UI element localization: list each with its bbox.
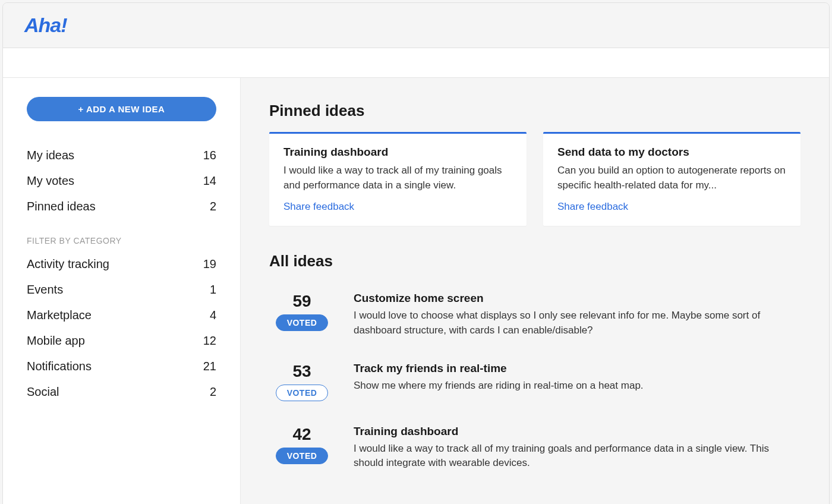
logo[interactable]: Aha!	[24, 14, 808, 37]
all-ideas-heading: All ideas	[269, 252, 801, 270]
idea-content[interactable]: Customize home screen I would love to ch…	[354, 292, 801, 338]
add-new-idea-button[interactable]: + ADD A NEW IDEA	[27, 97, 216, 121]
pinned-ideas-row: Training dashboard I would like a way to…	[269, 132, 801, 226]
subheader-bar	[3, 48, 829, 78]
voted-button[interactable]: VOTED	[276, 385, 329, 401]
sidebar-item-activity-tracking[interactable]: Activity tracking 19	[27, 251, 216, 277]
sidebar-item-marketplace[interactable]: Marketplace 4	[27, 303, 216, 328]
sidebar-item-my-ideas[interactable]: My ideas 16	[27, 143, 216, 168]
idea-row: 42 VOTED Training dashboard I would like…	[269, 415, 801, 485]
main-content: Pinned ideas Training dashboard I would …	[241, 78, 829, 504]
sidebar-item-social[interactable]: Social 2	[27, 379, 216, 405]
sidebar-item-count: 4	[210, 308, 216, 322]
sidebar-nav-list: My ideas 16 My votes 14 Pinned ideas 2	[27, 143, 216, 219]
pinned-ideas-heading: Pinned ideas	[269, 102, 801, 120]
sidebar-item-count: 2	[210, 385, 216, 399]
sidebar-item-label: Mobile app	[27, 334, 85, 348]
sidebar-category-list: Activity tracking 19 Events 1 Marketplac…	[27, 251, 216, 405]
sidebar-item-label: Social	[27, 385, 59, 399]
sidebar: + ADD A NEW IDEA My ideas 16 My votes 14…	[3, 78, 241, 504]
vote-count: 42	[292, 425, 311, 444]
pinned-card[interactable]: Training dashboard I would like a way to…	[269, 132, 527, 226]
sidebar-item-events[interactable]: Events 1	[27, 277, 216, 303]
idea-list: 59 VOTED Customize home screen I would l…	[269, 282, 801, 485]
idea-description: Show me where my friends are riding in r…	[354, 379, 801, 393]
sidebar-item-count: 2	[210, 200, 216, 213]
idea-title: Track my friends in real-time	[354, 362, 801, 375]
sidebar-item-count: 16	[203, 149, 216, 162]
voted-button[interactable]: VOTED	[276, 448, 329, 464]
sidebar-item-label: My ideas	[27, 149, 74, 162]
app-container: Aha! + ADD A NEW IDEA My ideas 16 My vot…	[2, 2, 830, 504]
vote-column: 59 VOTED	[269, 292, 335, 331]
idea-description: I would love to choose what displays so …	[354, 308, 801, 338]
sidebar-item-notifications[interactable]: Notifications 21	[27, 354, 216, 379]
sidebar-item-count: 21	[203, 360, 216, 373]
vote-count: 59	[292, 292, 311, 311]
idea-row: 53 VOTED Track my friends in real-time S…	[269, 352, 801, 415]
vote-column: 42 VOTED	[269, 425, 335, 464]
idea-row: 59 VOTED Customize home screen I would l…	[269, 282, 801, 352]
sidebar-item-label: Events	[27, 283, 63, 297]
sidebar-item-count: 12	[203, 334, 216, 348]
sidebar-item-label: My votes	[27, 174, 74, 188]
filter-by-category-heading: FILTER BY CATEGORY	[27, 236, 216, 245]
vote-column: 53 VOTED	[269, 362, 335, 401]
sidebar-item-my-votes[interactable]: My votes 14	[27, 168, 216, 194]
pinned-card-description: I would like a way to track all of my tr…	[283, 163, 512, 193]
pinned-card-title: Send data to my doctors	[557, 146, 786, 159]
idea-description: I would like a way to track all of my tr…	[354, 442, 801, 471]
pinned-card[interactable]: Send data to my doctors Can you build an…	[543, 132, 801, 226]
header-bar: Aha!	[3, 3, 829, 48]
share-feedback-link[interactable]: Share feedback	[557, 201, 628, 212]
idea-title: Customize home screen	[354, 292, 801, 305]
share-feedback-link[interactable]: Share feedback	[283, 201, 354, 212]
sidebar-item-count: 1	[210, 283, 216, 297]
sidebar-item-label: Notifications	[27, 360, 92, 373]
layout: + ADD A NEW IDEA My ideas 16 My votes 14…	[3, 78, 829, 504]
idea-content[interactable]: Track my friends in real-time Show me wh…	[354, 362, 801, 393]
sidebar-item-label: Activity tracking	[27, 257, 109, 271]
vote-count: 53	[292, 362, 311, 381]
sidebar-item-count: 19	[203, 257, 216, 271]
sidebar-item-mobile-app[interactable]: Mobile app 12	[27, 328, 216, 354]
sidebar-item-label: Pinned ideas	[27, 200, 96, 213]
idea-title: Training dashboard	[354, 425, 801, 438]
sidebar-item-count: 14	[203, 174, 216, 188]
sidebar-item-label: Marketplace	[27, 308, 92, 322]
sidebar-item-pinned-ideas[interactable]: Pinned ideas 2	[27, 194, 216, 219]
pinned-card-description: Can you build an option to autogenerate …	[557, 163, 786, 193]
idea-content[interactable]: Training dashboard I would like a way to…	[354, 425, 801, 471]
voted-button[interactable]: VOTED	[276, 314, 329, 331]
pinned-card-title: Training dashboard	[283, 146, 512, 159]
